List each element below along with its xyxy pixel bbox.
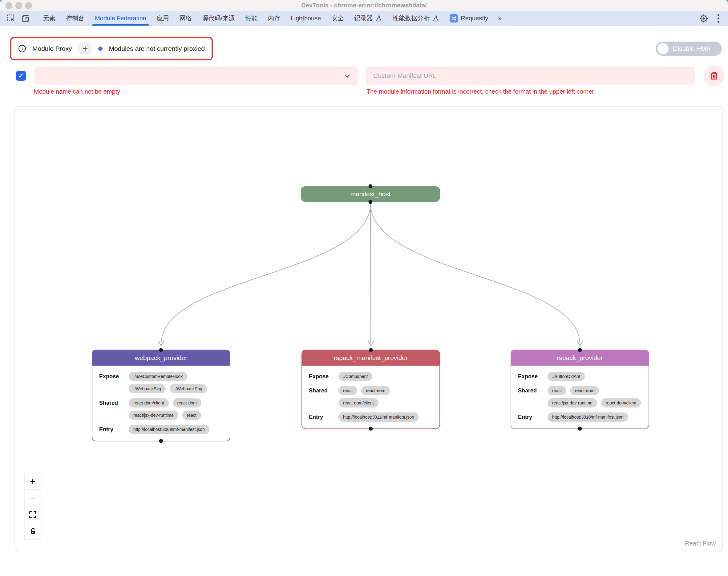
more-tabs-button[interactable]: » — [493, 11, 505, 26]
device-toolbar-icon[interactable] — [18, 11, 33, 26]
module-pill: react — [182, 411, 201, 420]
delete-module-button[interactable] — [704, 65, 725, 86]
add-proxy-button[interactable]: + — [78, 41, 92, 56]
devtools-tabbar: 元素控制台Module Federation应用网络源代码/来源性能内存Ligh… — [0, 11, 728, 26]
proxy-status-text: Modules are not currently proxied — [109, 45, 205, 52]
experiment-flask-icon — [432, 15, 439, 22]
tab-label: 控制台 — [66, 14, 84, 23]
node-section-entry: Entryhttp://localhost:3011/mf-manifest.j… — [309, 412, 433, 422]
section-label: Shared — [99, 398, 129, 420]
tab-性能数据分析[interactable]: 性能数据分析 — [387, 11, 444, 26]
section-label: Entry — [309, 412, 339, 422]
chevron-down-icon — [344, 73, 351, 80]
node-handle-bottom[interactable] — [159, 439, 163, 443]
module-pill: react-dom/client — [339, 398, 378, 407]
node-section-entry: Entryhttp://localhost:3009/mf-manifest.j… — [99, 425, 224, 434]
node-handle-top[interactable] — [369, 348, 373, 352]
tab-label: Requestly — [461, 15, 488, 22]
flow-edge[interactable] — [371, 203, 580, 344]
node-section-shared: Sharedreactreact-domreact-dom/client — [309, 386, 433, 407]
fit-view-button[interactable] — [24, 507, 41, 523]
unlock-icon — [29, 527, 37, 535]
node-section-expose: Expose./ButtonOldAnt — [518, 372, 642, 381]
section-label: Shared — [518, 386, 548, 407]
tab-元素[interactable]: 元素 — [38, 11, 61, 26]
section-label: Expose — [518, 372, 548, 381]
flow-node-webpack_provider[interactable]: webpack_providerExpose./useCustomRemoteH… — [92, 350, 230, 441]
tab-lighthouse[interactable]: Lighthouse — [286, 11, 326, 26]
module-name-error: Module name can not be empty — [34, 88, 120, 95]
node-handle-top[interactable] — [578, 348, 582, 352]
tab-label: 元素 — [43, 14, 55, 23]
custom-manifest-url-input[interactable] — [366, 66, 695, 85]
tab-性能[interactable]: 性能 — [240, 11, 263, 26]
tab-源代码/来源[interactable]: 源代码/来源 — [197, 11, 240, 26]
flow-node-rspack_manifest_provider[interactable]: rspack_manifest_providerExpose./Componen… — [301, 350, 440, 429]
module-name-select[interactable] — [34, 66, 358, 85]
module-proxy-banner: Module Proxy + Modules are not currently… — [10, 37, 213, 60]
inspect-element-icon[interactable] — [4, 11, 18, 26]
module-pill: ./Component — [339, 372, 372, 381]
node-body: Expose./ButtonOldAntSharedreactreact-dom… — [511, 366, 648, 428]
window-title: DevTools - chrome-error://chromewebdata/ — [0, 2, 728, 9]
node-section-entry: Entryhttp://localhost:3010/mf-manifest.j… — [518, 412, 642, 422]
tab-安全[interactable]: 安全 — [326, 11, 349, 26]
proxy-status-dot — [98, 47, 103, 51]
manifest-format-error: The module information format is incorre… — [367, 88, 594, 95]
section-label: Expose — [309, 372, 339, 381]
node-section-expose: Expose./useCustomRemoteHook./WebpackSvg.… — [99, 372, 224, 393]
tab-记录器[interactable]: 记录器 — [349, 11, 387, 26]
disable-hmr-toggle[interactable]: Disable HMR — [656, 41, 722, 56]
tab-label: 性能 — [245, 14, 258, 23]
lock-toggle-button[interactable] — [24, 523, 41, 540]
module-pill: http://localhost:3010/mf-manifest.json — [548, 412, 628, 422]
experiment-flask-icon — [375, 15, 382, 22]
tab-module-federation[interactable]: Module Federation — [90, 11, 151, 26]
flow-edge[interactable] — [161, 203, 371, 344]
disable-hmr-label: Disable HMR — [673, 45, 711, 52]
module-federation-panel: Module Proxy + Modules are not currently… — [0, 37, 728, 551]
tab-网络[interactable]: 网络 — [174, 11, 197, 26]
tab-控制台[interactable]: 控制台 — [61, 11, 90, 26]
module-pill: react — [339, 386, 357, 395]
tab-requestly[interactable]: Requestly — [444, 11, 493, 26]
zoom-in-button[interactable]: + — [24, 473, 41, 490]
trash-icon — [709, 71, 719, 80]
flow-edge[interactable] — [371, 203, 371, 344]
react-flow-canvas[interactable]: manifest_hostwebpack_providerExpose./use… — [14, 106, 723, 551]
node-handle-top[interactable] — [369, 184, 373, 188]
flow-node-manifest_host[interactable]: manifest_host — [301, 186, 440, 202]
node-handle-top[interactable] — [159, 348, 163, 352]
module-pill: http://localhost:3011/mf-manifest.json — [339, 412, 419, 422]
module-pill: ./WebpackSvg — [129, 384, 166, 393]
titlebar: DevTools - chrome-error://chromewebdata/ — [0, 0, 728, 11]
tab-内存[interactable]: 内存 — [263, 11, 286, 26]
module-pill: react-dom — [361, 386, 390, 395]
tab-label: Lighthouse — [291, 15, 321, 22]
module-enabled-checkbox[interactable]: ✓ — [16, 71, 26, 81]
flow-edges — [15, 107, 723, 551]
node-title: webpack_provider — [92, 350, 230, 366]
section-label: Shared — [309, 386, 339, 407]
section-label: Expose — [99, 372, 129, 393]
devtools-menu-kebab-icon[interactable] — [714, 14, 723, 23]
node-handle-bottom[interactable] — [369, 427, 373, 431]
node-handle-bottom[interactable] — [578, 427, 582, 431]
tab-label: 应用 — [157, 14, 169, 23]
tab-应用[interactable]: 应用 — [151, 11, 174, 26]
flow-controls: + − — [24, 473, 41, 540]
requestly-icon — [449, 14, 458, 23]
node-title: rspack_manifest_provider — [302, 350, 439, 366]
settings-gear-icon[interactable] — [696, 14, 711, 23]
zoom-out-button[interactable]: − — [24, 490, 41, 507]
tab-label: 性能数据分析 — [392, 14, 430, 23]
module-proxy-title: Module Proxy — [32, 45, 72, 52]
node-handle-bottom[interactable] — [369, 200, 373, 204]
tab-label: 记录器 — [354, 14, 373, 23]
validation-errors: Module name can not be empty The module … — [0, 88, 728, 97]
tab-label: 内存 — [268, 14, 280, 23]
flow-node-rspack_provider[interactable]: rspack_providerExpose./ButtonOldAntShare… — [511, 350, 649, 429]
react-flow-attribution[interactable]: React Flow — [685, 540, 716, 547]
module-pill: react/jsx-dev-runtime — [548, 398, 597, 407]
tab-strip: 元素控制台Module Federation应用网络源代码/来源性能内存Ligh… — [38, 11, 493, 26]
